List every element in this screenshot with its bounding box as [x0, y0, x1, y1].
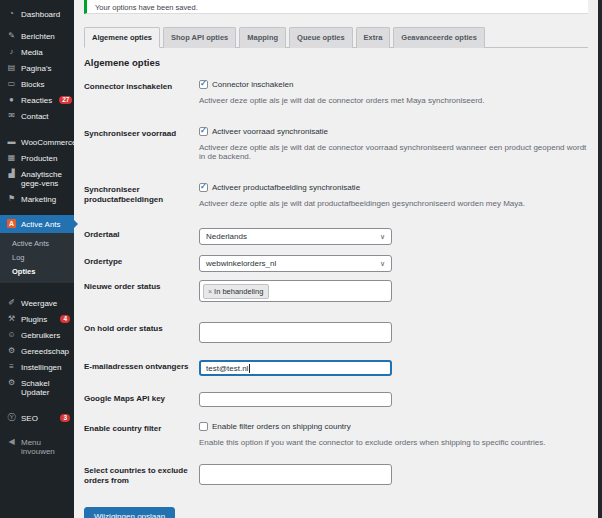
sidebar-item-weergave[interactable]: ✐ Weergave	[0, 295, 74, 311]
checkbox-label: Activeer voorraad synchronisatie	[212, 127, 328, 136]
tab-mapping[interactable]: Mapping	[239, 27, 286, 48]
stock-sync-checkbox[interactable]: ✓	[199, 127, 208, 136]
sidebar-item-woocommerce[interactable]: ▬ WooCommerce	[0, 134, 74, 150]
field-label: Ordertype	[84, 255, 199, 267]
text-cursor	[249, 364, 250, 373]
field-label: Nieuwe order status	[84, 280, 199, 292]
wordpress-admin: ◔ Dashboard ✎ Berichten ♪ Media ▤ Pagina…	[0, 0, 602, 518]
form-row-new-order-status: Nieuwe order status × In behandeling	[84, 280, 588, 302]
plugins-count-badge: 4	[60, 315, 70, 323]
field-description: Activeer deze optie als je wilt dat de c…	[199, 143, 588, 161]
plugins-icon: ⚒	[7, 314, 16, 323]
sidebar-item-producten[interactable]: ▦ Producten	[0, 150, 74, 166]
sidebar-item-paginas[interactable]: ▤ Pagina's	[0, 60, 74, 76]
admin-sidebar: ◔ Dashboard ✎ Berichten ♪ Media ▤ Pagina…	[0, 0, 74, 518]
selected-value: Nederlands	[206, 232, 247, 241]
sidebar-item-dashboard[interactable]: ◔ Dashboard	[0, 6, 74, 22]
form-row-google-maps-key: Google Maps API key	[84, 392, 588, 407]
sidebar-item-contact[interactable]: ✉ Contact	[0, 108, 74, 124]
country-filter-checkbox[interactable]: ✓	[199, 422, 208, 431]
sidebar-item-reacties[interactable]: ● Reacties 27	[0, 92, 74, 108]
form-row-exclude-countries: Select countries to exclude orders from	[84, 464, 588, 486]
sidebar-item-schakel-updater[interactable]: ⚙ Schakel Updater	[0, 375, 74, 400]
marketing-icon: ⚑	[7, 194, 16, 203]
sidebar-item-label: Gebruikers	[21, 330, 70, 340]
sidebar-item-seo[interactable]: Ⓨ SEO 3	[0, 410, 74, 426]
field-label: Ordertaal	[84, 228, 199, 240]
settings-page: Your options have been saved. Algemene o…	[74, 0, 598, 518]
posts-icon: ✎	[7, 31, 16, 40]
tab-queue-opties[interactable]: Queue opties	[289, 27, 353, 48]
sidebar-item-gebruikers[interactable]: ☺ Gebruikers	[0, 327, 74, 343]
tab-extra[interactable]: Extra	[356, 27, 391, 48]
image-sync-checkbox[interactable]: ✓	[199, 183, 208, 192]
sidebar-item-label: Media	[21, 47, 70, 57]
submenu-item-active-ants[interactable]: Active Ants	[0, 236, 74, 250]
field-label: Enable country filter	[84, 422, 199, 434]
active-ants-submenu: Active Ants Log Opties	[0, 233, 74, 283]
field-label: Google Maps API key	[84, 392, 199, 404]
order-language-select[interactable]: Nederlands ∨	[199, 228, 392, 245]
checkbox-label: Activeer productafbeelding synchronisati…	[212, 183, 360, 192]
submenu-item-opties[interactable]: Opties	[0, 264, 74, 278]
sidebar-item-collapse-menu[interactable]: ◀ Menu invouwen	[0, 434, 74, 459]
form-row-image-sync: Synchroniseer productafbeeldingen ✓ Acti…	[84, 183, 588, 208]
connector-checkbox[interactable]: ✓	[199, 80, 208, 89]
window-edge-strip	[598, 0, 602, 518]
notice-text: Your options have been saved.	[95, 3, 198, 12]
woocommerce-icon: ▬	[7, 137, 16, 146]
sidebar-item-label: Pagina's	[21, 63, 70, 73]
email-recipients-input[interactable]: test@test.nl	[199, 360, 392, 376]
tab-algemene-opties[interactable]: Algemene opties	[84, 27, 160, 48]
form-row-email-recipients: E-mailadressen ontvangers test@test.nl	[84, 360, 588, 376]
sidebar-item-instellingen[interactable]: ≡ Instellingen	[0, 359, 74, 375]
tab-shop-api-opties[interactable]: Shop API opties	[163, 27, 236, 48]
sidebar-item-label: Analytische gege-vens	[21, 169, 70, 188]
sidebar-item-label: Plugins	[21, 314, 53, 324]
tab-bar: Algemene opties Shop API opties Mapping …	[84, 27, 588, 48]
submenu-item-log[interactable]: Log	[0, 250, 74, 264]
sidebar-item-plugins[interactable]: ⚒ Plugins 4	[0, 311, 74, 327]
sidebar-item-label: Gereedschap	[21, 346, 70, 356]
sidebar-item-active-ants[interactable]: A Active Ants	[0, 215, 74, 233]
field-label: On hold order status	[84, 322, 199, 334]
field-label: Synchroniseer productafbeeldingen	[84, 183, 199, 205]
seo-icon: Ⓨ	[7, 413, 16, 422]
products-icon: ▦	[7, 153, 16, 162]
checkbox-label: Enable filter orders on shipping country	[212, 422, 351, 431]
sidebar-item-media[interactable]: ♪ Media	[0, 44, 74, 60]
on-hold-status-input[interactable]	[199, 322, 392, 343]
sidebar-item-label: Marketing	[21, 194, 70, 204]
checkmark-icon: ✓	[200, 182, 207, 191]
checkmark-icon: ✓	[200, 79, 207, 88]
blocks-icon: ▭	[7, 79, 16, 88]
status-tag: × In behandeling	[203, 284, 269, 299]
sidebar-item-gereedschap[interactable]: ⚙ Gereedschap	[0, 343, 74, 359]
analytics-icon: ▟	[7, 169, 16, 178]
page-title: Algemene opties	[84, 57, 588, 68]
sidebar-item-blocks[interactable]: ▭ Blocks	[0, 76, 74, 92]
form-row-on-hold-status: On hold order status	[84, 322, 588, 343]
sidebar-item-label: WooCommerce	[21, 137, 76, 147]
form-row-country-filter: Enable country filter ✓ Enable filter or…	[84, 422, 588, 447]
updater-gear-icon: ⚙	[7, 378, 16, 387]
exclude-countries-input[interactable]	[199, 464, 392, 485]
field-description: Activeer deze optie als je wilt dat prod…	[199, 199, 588, 208]
tab-geavanceerde-opties[interactable]: Geavanceerde opties	[393, 27, 484, 48]
field-label: Connector inschakelen	[84, 80, 199, 92]
tools-icon: ⚙	[7, 346, 16, 355]
order-type-select[interactable]: webwinkelorders_nl ∨	[199, 255, 392, 272]
pages-icon: ▤	[7, 63, 16, 72]
appearance-icon: ✐	[7, 298, 16, 307]
sidebar-item-analytics[interactable]: ▟ Analytische gege-vens	[0, 166, 74, 191]
google-maps-key-input[interactable]	[199, 392, 392, 407]
remove-tag-icon[interactable]: ×	[208, 288, 212, 295]
sidebar-item-berichten[interactable]: ✎ Berichten	[0, 28, 74, 44]
new-order-status-multiselect[interactable]: × In behandeling	[199, 280, 392, 302]
sidebar-item-marketing[interactable]: ⚑ Marketing	[0, 191, 74, 207]
chevron-down-icon: ∨	[380, 260, 385, 268]
input-value: test@test.nl	[206, 364, 248, 373]
media-icon: ♪	[7, 47, 16, 56]
save-button[interactable]: Wijzigingen opslaan	[84, 507, 175, 518]
field-label: Synchroniseer voorraad	[84, 127, 199, 139]
